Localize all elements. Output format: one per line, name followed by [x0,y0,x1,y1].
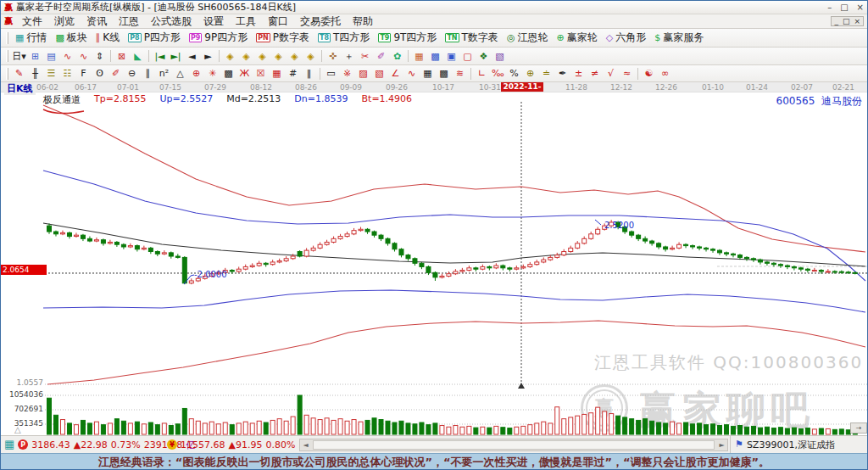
linked-index-panel[interactable]: ⚑ SZ399001,深证成指 [730,436,867,453]
toolbar-button-winner-service[interactable]: $赢家服务 [650,31,708,46]
ray-burst-icon[interactable]: ✳ [204,66,220,81]
cut-tool-icon[interactable]: ✂ [357,49,373,64]
scrollbar-thumb[interactable] [313,440,715,450]
ellipse-tool-icon[interactable]: ⊖ [124,66,140,81]
menu-item-窗口[interactable]: 窗口 [262,15,294,27]
matrix-box-icon[interactable]: ▦ [269,66,285,81]
small-grid-icon[interactable]: ▦ [420,66,436,81]
toolbar-button-nine-t-square[interactable]: T99T四方形 [374,31,441,46]
cycle-diamond-1-icon[interactable]: ◈ [222,49,238,64]
calculator-tool-icon[interactable]: ▩ [427,49,443,64]
time-cycle-lines-icon[interactable]: ☰ [43,66,59,81]
spiral-tool-icon[interactable]: ʘ [92,66,108,81]
cycle-diamond-6-icon[interactable]: ◈ [303,49,319,64]
menu-item-浏览[interactable]: 浏览 [48,15,81,27]
print-tool-icon[interactable]: ▧ [492,49,508,64]
chart-scroll-right-icon[interactable]: → [850,422,867,434]
crossed-box-icon[interactable]: ☒ [253,66,269,81]
cycle-diamond-3-icon[interactable]: ◈ [254,49,270,64]
pencil-tool-icon[interactable]: ✎ [11,66,27,81]
horizontal-scrollbar[interactable]: ◄ ► [299,439,728,451]
plus-minus-line-icon[interactable]: ± [570,66,587,81]
mdi-minimize-icon[interactable]: _ [834,17,838,25]
toolbar-button-p-square[interactable]: P8P四方形 [124,31,185,46]
close-icon[interactable]: × [857,3,864,12]
menu-item-工具[interactable]: 工具 [230,15,262,27]
toolbar-button-market-quotes[interactable]: ▦行情 [11,31,51,46]
color-ribbon-icon[interactable]: ◣ [130,49,146,64]
layout-grid-icon[interactable]: ⊞ [27,49,43,64]
grid-box-icon[interactable]: ▩ [220,66,236,81]
percent-tool-icon[interactable]: % [506,66,522,81]
sh-index-icon[interactable]: P [18,439,28,450]
cycle-diamond-4-icon[interactable]: ◈ [270,49,287,64]
minimize-icon[interactable]: – [827,3,832,12]
menu-item-设置[interactable]: 设置 [198,15,230,27]
crosshair-tool-icon[interactable]: ＋ [341,49,357,64]
shaded-box-right-icon[interactable]: ▧ [371,66,387,81]
parallel-lines-icon[interactable]: ∥ [140,66,156,81]
scroll-right-icon[interactable]: ► [716,441,727,449]
angle-tool-icon[interactable]: ∠ [387,66,403,81]
info-panel-icon[interactable]: ▤ [43,49,59,64]
infinity-tool-icon[interactable]: ∞ [657,66,673,81]
triple-wave-icon[interactable]: ≋ [452,66,468,81]
toolbar-button-kline[interactable]: ∥K线 [92,31,124,46]
menu-item-文件[interactable]: 文件 [16,15,48,27]
time-cycle-lines-2-icon[interactable]: ☷ [59,66,75,81]
resistance-lines-icon[interactable]: ≠ [587,66,603,81]
toolbar-button-sectors[interactable]: ▩板块 [51,31,91,46]
gann-grid-line-icon[interactable]: ╫ [27,66,43,81]
triangle-tool-icon[interactable]: △ [172,66,188,81]
next-bar-icon[interactable]: ► [200,49,216,64]
toolbar-button-t-number-table[interactable]: TNT数字表 [441,31,503,46]
quote-grid-icon[interactable]: ▦ [4,439,14,450]
square-of-nine-icon[interactable]: n² [156,66,172,81]
toolbar-button-p-number-table[interactable]: PNP数字表 [252,31,314,46]
sz-index-icon[interactable]: ¥ [167,439,177,450]
mdi-close-icon[interactable]: × [854,17,860,25]
hash-grid-icon[interactable]: # [285,66,301,81]
last-bar-icon[interactable]: ►| [168,49,184,64]
maximize-icon[interactable]: □ [840,3,848,12]
ray-fan-icon[interactable]: ※ [339,66,355,81]
yin-yang-icon[interactable]: ☯ [641,66,657,81]
kline-plot[interactable]: -2.00002.5200 [1,82,868,435]
gann-target-icon[interactable]: ⊕ [188,66,204,81]
curve-style-2-icon[interactable]: ∿ [75,49,92,64]
wave-tool-icon[interactable]: ∿ [403,66,420,81]
marker-pencil-icon[interactable]: ✐ [108,66,124,81]
calendar-tool-icon[interactable]: ▦ [411,49,427,64]
menu-item-资讯[interactable]: 资讯 [81,15,113,27]
cycle-diamond-2-icon[interactable]: ◈ [238,49,254,64]
golden-section-icon[interactable]: ≐ [538,66,554,81]
hand-tool-icon[interactable]: ✜ [325,49,341,64]
first-bar-icon[interactable]: |◄ [152,49,168,64]
chart-canvas[interactable]: 06-0206-1707-0107-1507-2908-1208-2609-09… [1,82,868,435]
export-tool-icon[interactable]: ❖ [476,49,492,64]
approx-wave-icon[interactable]: ≈ [619,66,635,81]
shaded-box-left-icon[interactable]: ▨ [355,66,371,81]
golden-wheel-icon[interactable]: ⊕ [522,66,538,81]
abacus-tool-icon[interactable]: ✿ [389,49,405,64]
curve-style-1-icon[interactable]: ∿ [59,49,75,64]
rect-select-icon[interactable]: ▭ [323,66,339,81]
right-angle-icon[interactable]: ∟ [474,66,490,81]
sqrt-tool-icon[interactable]: √ [603,66,619,81]
scroll-left-icon[interactable]: ◄ [300,441,311,449]
toolbar-button-t-square[interactable]: T8T四方形 [314,31,374,46]
toolbar-button-hexagon[interactable]: ◇六角形 [602,31,650,46]
bar-pair-icon[interactable]: ‖ [301,66,317,81]
save-layout-icon[interactable]: ▣ [443,49,459,64]
cycle-diamond-5-icon[interactable]: ◈ [287,49,303,64]
mdi-restore-icon[interactable]: □ [843,17,850,25]
toolbar-button-gann-wheel[interactable]: ◎江恩轮 [503,31,553,46]
permille-tool-icon[interactable]: ‰ [490,66,506,81]
draw-tool-icon[interactable]: ✐ [373,49,389,64]
menu-item-交易委托[interactable]: 交易委托 [294,15,347,27]
fibonacci-tool-icon[interactable]: F [75,66,92,81]
menu-item-帮助[interactable]: 帮助 [347,15,379,27]
small-grid-2-icon[interactable]: ▩ [436,66,452,81]
fan-tool-icon[interactable]: Ж [236,66,253,81]
prev-bar-icon[interactable]: ◄ [184,49,200,64]
